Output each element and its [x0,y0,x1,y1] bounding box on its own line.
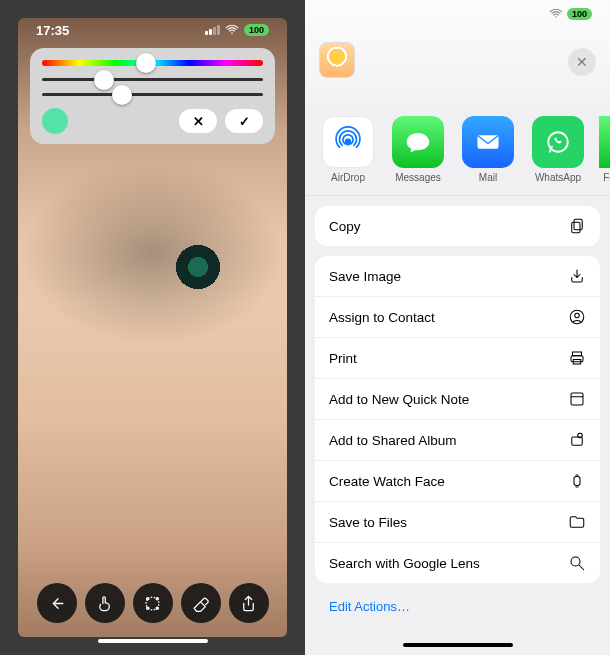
messages-icon [392,116,444,168]
editor-toolbar [0,583,305,623]
finger-tool-button[interactable] [85,583,125,623]
folder-icon [568,513,586,531]
actions-card: Save Image Assign to Contact Print Add t… [315,256,600,583]
clock: 17:35 [36,23,69,38]
action-label: Create Watch Face [329,474,445,489]
status-bar-right: 100 [549,8,592,20]
app-messages[interactable]: Messages [389,116,447,183]
airdrop-icon [322,116,374,168]
action-label: Save to Files [329,515,407,530]
battery-badge: 100 [244,24,269,36]
quicknote-icon [568,390,586,408]
svg-rect-17 [572,437,583,445]
hue-slider[interactable] [42,60,263,66]
home-indicator[interactable] [98,639,208,643]
back-button[interactable] [37,583,77,623]
wifi-icon [549,9,563,19]
path-tool-button[interactable] [133,583,173,623]
wifi-icon [225,25,239,35]
action-save-files[interactable]: Save to Files [315,501,600,542]
action-copy[interactable]: Copy [315,206,600,246]
action-print[interactable]: Print [315,337,600,378]
close-button[interactable]: ✕ [568,48,596,76]
eraser-tool-button[interactable] [181,583,221,623]
svg-point-5 [555,16,557,18]
action-label: Copy [329,219,361,234]
svg-rect-13 [573,352,582,356]
contact-icon [568,308,586,326]
saturation-thumb[interactable] [94,70,114,90]
svg-rect-10 [572,222,580,233]
svg-point-12 [575,313,580,318]
share-app-row[interactable]: AirDrop Messages Mail WhatsApp Fa [305,110,610,196]
action-label: Add to New Quick Note [329,392,469,407]
action-label: Print [329,351,357,366]
app-whatsapp[interactable]: WhatsApp [529,116,587,183]
action-save-image[interactable]: Save Image [315,256,600,296]
shared-album-icon [568,431,586,449]
home-indicator[interactable] [403,643,513,647]
cellular-icon [205,25,220,35]
share-sheet: 100 ✕ AirDrop Messages Mail [305,0,610,655]
copy-card: Copy [315,206,600,246]
share-preview-thumb[interactable] [319,42,355,78]
share-header: 100 ✕ [305,0,610,110]
action-watch-face[interactable]: Create Watch Face [315,460,600,501]
svg-point-20 [571,557,580,566]
app-label: Messages [395,172,441,183]
copy-icon [568,217,586,235]
svg-rect-9 [574,219,582,230]
svg-point-6 [345,139,352,146]
print-icon [568,349,586,367]
app-facetime[interactable]: Fa [599,116,610,183]
mail-icon [462,116,514,168]
search-icon [568,554,586,572]
luminance-thumb[interactable] [112,85,132,105]
action-label: Save Image [329,269,401,284]
confirm-button[interactable]: ✓ [225,109,263,133]
action-shared-album[interactable]: Add to Shared Album [315,419,600,460]
app-label: AirDrop [331,172,365,183]
svg-rect-16 [571,393,583,405]
action-quick-note[interactable]: Add to New Quick Note [315,378,600,419]
action-label: Assign to Contact [329,310,435,325]
app-label: WhatsApp [535,172,581,183]
action-label: Search with Google Lens [329,556,480,571]
status-icons: 100 [205,24,269,36]
share-actions-body[interactable]: Copy Save Image Assign to Contact Print … [305,196,610,655]
edit-actions-link[interactable]: Edit Actions… [315,593,600,624]
action-google-lens[interactable]: Search with Google Lens [315,542,600,583]
download-icon [568,267,586,285]
color-preview-dot[interactable] [42,108,68,134]
saturation-slider[interactable] [42,78,263,81]
hue-thumb[interactable] [136,53,156,73]
app-airdrop[interactable]: AirDrop [319,116,377,183]
app-label: Mail [479,172,497,183]
svg-rect-19 [574,477,580,486]
battery-badge: 100 [567,8,592,20]
share-button[interactable] [229,583,269,623]
app-mail[interactable]: Mail [459,116,517,183]
action-assign-contact[interactable]: Assign to Contact [315,296,600,337]
cancel-button[interactable]: ✕ [179,109,217,133]
editor-screen: 17:35 100 ✕ ✓ [0,0,305,655]
luminance-slider[interactable] [42,93,263,96]
svg-point-0 [231,32,233,34]
status-bar: 17:35 100 [18,18,287,42]
watch-icon [568,472,586,490]
app-label: Fa [603,172,610,183]
whatsapp-icon [532,116,584,168]
facetime-icon [599,116,610,168]
color-slider-panel: ✕ ✓ [30,48,275,144]
action-label: Add to Shared Album [329,433,457,448]
